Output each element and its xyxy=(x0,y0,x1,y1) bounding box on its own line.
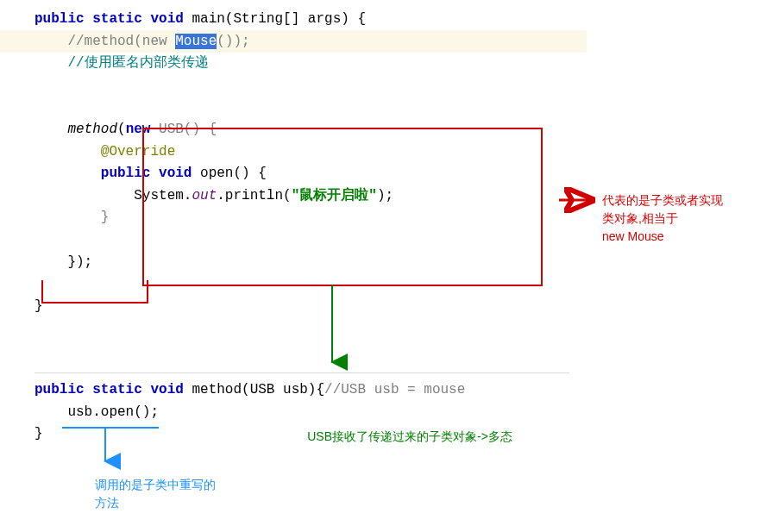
annotation-red: 代表的是子类或者实现 类对象,相当于 new Mouse xyxy=(602,191,766,246)
string-mouse-open: "鼠标开启啦" xyxy=(292,188,377,203)
text-method-italic: method xyxy=(67,122,117,137)
code-line-close-inner: } xyxy=(35,207,393,229)
code-blank-3 xyxy=(35,229,393,252)
text-usb-anon: USB() { xyxy=(150,122,217,137)
comment-method-mouse: //method(new Mouse()); xyxy=(67,34,249,49)
annotation-green: USB接收了传递过来的子类对象->多态 xyxy=(285,429,535,445)
kw-public-void: public void xyxy=(101,166,192,181)
code-line-2: //method(new Mouse()); xyxy=(35,31,393,53)
text-method-sig: method(USB usb){ xyxy=(184,382,324,397)
code-blank-1 xyxy=(35,75,393,97)
text-paren-open: ( xyxy=(117,122,126,137)
annotation-blue-line1: 调用的是子类中重写的 xyxy=(95,476,250,494)
selected-mouse: Mouse xyxy=(175,34,217,49)
code-method-body: usb.open(); xyxy=(35,402,465,424)
annotation-red-line3: new Mouse xyxy=(602,228,766,246)
text-main-sig: main(String[] args) { xyxy=(184,11,366,27)
text-usb-open: usb.open(); xyxy=(67,404,159,420)
annotation-red-line1: 代表的是子类或者实现 xyxy=(602,191,766,210)
code-line-open-sig: public void open() { xyxy=(35,163,393,185)
brace-close-inner: } xyxy=(101,210,110,225)
brace-close-main: } xyxy=(35,298,43,314)
kw-new: new xyxy=(126,122,151,137)
comment-usb-mouse: //USB usb = mouse xyxy=(324,382,465,397)
blue-underline xyxy=(62,427,159,429)
annotation-red-line2: 类对象,相当于 xyxy=(602,210,766,228)
kw-public-static-void: public static void xyxy=(35,11,184,27)
kw-psv-method: public static void xyxy=(35,382,184,397)
code-line-override: @Override xyxy=(35,141,393,164)
comment-post: ()); xyxy=(217,34,249,49)
code-line-close-anon: }); xyxy=(35,252,393,274)
code-line-3: //使用匿名内部类传递 xyxy=(35,53,393,75)
code-line-println: System.out.println("鼠标开启啦"); xyxy=(35,185,393,208)
code-line-method-call: method(new USB() { xyxy=(35,119,393,141)
code-line-close-main-body xyxy=(35,273,393,296)
comment-anon-hint: //使用匿名内部类传递 xyxy=(67,55,208,71)
code-line-1: public static void main(String[] args) { xyxy=(35,9,393,31)
field-out: out xyxy=(192,188,217,203)
text-system: System. xyxy=(134,188,192,203)
text-println: .println( xyxy=(217,188,291,203)
text-open-sig: open() { xyxy=(192,166,266,181)
code-main: public static void main(String[] args) {… xyxy=(35,9,393,317)
code-line-close-brace: } xyxy=(35,296,393,318)
annotation-override: @Override xyxy=(101,144,175,160)
separator-line xyxy=(35,372,569,373)
brace-close-method: } xyxy=(35,426,43,441)
code-blank-2 xyxy=(35,97,393,119)
text-println-end: ); xyxy=(377,188,393,203)
annotation-blue: 调用的是子类中重写的 方法 xyxy=(95,476,250,512)
comment-pre: //method(new xyxy=(67,34,175,49)
brace-close-anon: }); xyxy=(67,254,92,270)
code-method-sig: public static void method(USB usb){//USB… xyxy=(35,379,465,402)
annotation-blue-line2: 方法 xyxy=(95,494,250,512)
